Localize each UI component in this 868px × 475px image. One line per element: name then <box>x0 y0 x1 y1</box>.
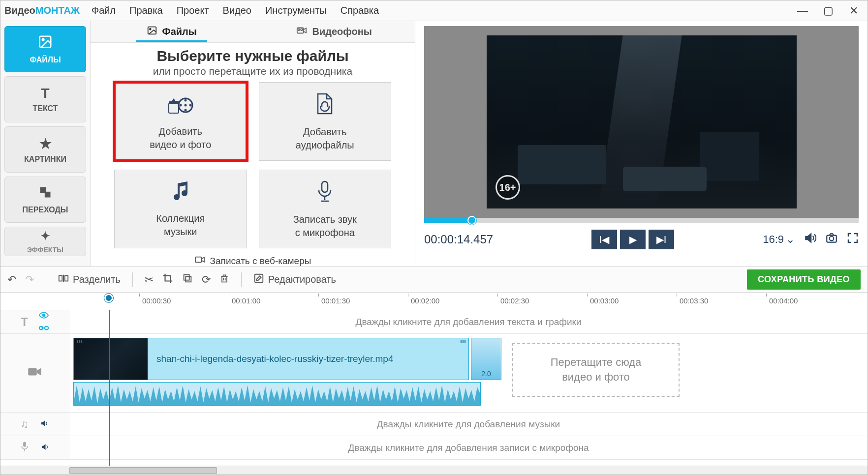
split-icon <box>58 273 69 287</box>
timeline-tracks: T Дважды кликните для добавления текста … <box>0 310 868 466</box>
track-video[interactable]: shan-chi-i-legenda-desyati-kolec-russkiy… <box>0 334 868 413</box>
track-mic-hint: Дважды кликните для добавления записи с … <box>69 443 868 453</box>
svg-rect-21 <box>59 275 62 281</box>
track-music[interactable]: ♫ Дважды кликните для добавления музыки <box>0 413 868 436</box>
rotate-button[interactable]: ⟳ <box>202 273 211 286</box>
menu-tools[interactable]: Инструменты <box>265 5 327 16</box>
save-video-button[interactable]: СОХРАНИТЬ ВИДЕО <box>747 269 861 290</box>
link-icon[interactable] <box>39 323 49 333</box>
play-button[interactable]: ▶ <box>620 230 646 249</box>
menu-file[interactable]: Файл <box>92 5 116 16</box>
sidebar-files[interactable]: ФАЙЛЫ <box>4 26 86 72</box>
tab-files[interactable]: Файлы <box>91 21 253 42</box>
clip-trim-right[interactable] <box>461 340 465 343</box>
svg-rect-9 <box>169 103 179 113</box>
ruler-tick: 00:04:00 <box>769 297 798 305</box>
menu-project[interactable]: Проект <box>177 5 209 16</box>
music-line1: Коллекция <box>156 213 205 224</box>
fullscreen-icon[interactable] <box>847 232 859 247</box>
sidebar-effects[interactable]: ✦ ЭФФЕКТЫ <box>4 227 86 256</box>
preview-video[interactable]: 16+ <box>487 35 797 208</box>
aspect-label: 16:9 <box>763 233 784 246</box>
menu-video[interactable]: Видео <box>223 5 251 16</box>
cut-button[interactable]: ✂ <box>145 273 154 286</box>
menu-help[interactable]: Справка <box>341 5 379 16</box>
mic-line1: Записать звук <box>293 214 357 225</box>
playhead-marker[interactable] <box>104 294 113 302</box>
edit-clip-button[interactable]: Редактировать <box>253 273 336 287</box>
speaker-icon[interactable] <box>40 442 50 454</box>
redo-button[interactable]: ↷ <box>25 273 34 286</box>
sidebar-transitions[interactable]: ПЕРЕХОДЫ <box>4 177 86 223</box>
timeline-ruler[interactable]: 00:00:30 00:01:00 00:01:30 00:02:00 00:0… <box>0 293 868 310</box>
next-frame-button[interactable]: ▶I <box>649 230 674 249</box>
app-logo: ВидеоМОНТАЖ <box>4 5 80 16</box>
svg-rect-25 <box>222 276 227 282</box>
preview-controls: 00:00:14.457 I◀ ▶ ▶I 16:9 ⌄ <box>424 228 859 251</box>
main-menu: Файл Правка Проект Видео Инструменты Спр… <box>92 5 379 16</box>
maximize-button[interactable]: ▢ <box>821 4 835 17</box>
track-video-body[interactable]: shan-chi-i-legenda-desyati-kolec-russkiy… <box>69 334 868 412</box>
track-music-body[interactable]: Дважды кликните для добавления музыки <box>69 413 868 436</box>
menu-edit[interactable]: Правка <box>129 5 163 16</box>
clip-speed-chip[interactable]: 2.0 <box>471 338 501 380</box>
playback-group: I◀ ▶ ▶I <box>591 230 674 249</box>
music-collection-button[interactable]: Коллекция музыки <box>114 170 247 248</box>
track-mic[interactable]: Дважды кликните для добавления записи с … <box>0 436 868 460</box>
svg-point-8 <box>301 29 303 30</box>
mic-line2: с микрофона <box>295 227 355 238</box>
clip-trim-left[interactable] <box>77 340 82 343</box>
preview-scrubber[interactable] <box>424 218 859 223</box>
tab-backgrounds[interactable]: Видеофоны <box>253 21 415 42</box>
ruler-tick: 00:02:00 <box>411 297 439 305</box>
sidebar-files-label: ФАЙЛЫ <box>30 56 61 64</box>
svg-point-5 <box>150 29 151 30</box>
duplicate-button[interactable] <box>182 273 193 287</box>
logo-part-a: Видео <box>4 5 35 16</box>
scrubber-handle[interactable] <box>467 216 476 225</box>
clip-speed-label: 2.0 <box>481 370 491 378</box>
svg-point-20 <box>830 237 834 241</box>
volume-icon[interactable] <box>804 232 816 247</box>
sidebar-text[interactable]: T ТЕКСТ <box>4 76 86 122</box>
record-mic-button[interactable]: Записать звук с микрофона <box>259 170 392 248</box>
edit-label: Редактировать <box>268 274 336 285</box>
video-clip[interactable]: shan-chi-i-legenda-desyati-kolec-russkiy… <box>73 338 469 380</box>
delete-button[interactable] <box>219 273 229 287</box>
sidebar-text-label: ТЕКСТ <box>33 104 58 113</box>
prev-frame-button[interactable]: I◀ <box>591 230 617 249</box>
ruler-tick: 00:00:30 <box>142 297 171 305</box>
speaker-icon[interactable] <box>39 418 49 431</box>
music-track-icon: ♫ <box>20 418 29 431</box>
track-text-body[interactable]: Дважды кликните для добавления текста и … <box>69 310 868 333</box>
snapshot-icon[interactable] <box>825 232 838 247</box>
add-audio-button[interactable]: Добавить аудиофайлы <box>259 82 392 161</box>
ruler-tick: 00:03:00 <box>590 297 619 305</box>
video-drop-zone[interactable]: Перетащите сюда видео и фото <box>512 343 680 397</box>
svg-rect-18 <box>195 257 202 263</box>
rotate-icon: ⟳ <box>202 273 211 286</box>
undo-icon: ↶ <box>7 273 16 286</box>
dropzone-line2: видео и фото <box>551 370 642 385</box>
track-music-hint: Дважды кликните для добавления музыки <box>69 419 868 430</box>
track-text-hint: Дважды кликните для добавления текста и … <box>69 317 868 327</box>
separator <box>46 272 46 287</box>
undo-button[interactable]: ↶ <box>7 273 16 286</box>
aspect-ratio-selector[interactable]: 16:9 ⌄ <box>763 233 795 246</box>
choose-title: Выберите нужные файлы <box>102 48 403 64</box>
split-button[interactable]: Разделить <box>58 273 121 287</box>
timeline-scrollbar[interactable] <box>0 466 868 475</box>
track-mic-body[interactable]: Дважды кликните для добавления записи с … <box>69 436 868 459</box>
add-video-photo-button[interactable]: Добавить видео и фото <box>114 82 247 161</box>
webcam-icon <box>194 255 205 267</box>
clip-audio-waveform[interactable] <box>73 382 481 406</box>
sidebar-images[interactable]: ★ КАРТИНКИ <box>4 126 86 173</box>
scissors-icon: ✂ <box>145 273 154 286</box>
record-webcam-button[interactable]: Записать с веб-камеры <box>91 253 415 267</box>
track-text[interactable]: T Дважды кликните для добавления текста … <box>0 310 868 334</box>
eye-icon[interactable] <box>39 311 49 321</box>
crop-button[interactable] <box>162 273 173 287</box>
minimize-button[interactable]: — <box>796 4 809 17</box>
close-button[interactable]: ✕ <box>847 4 861 17</box>
timeline-scroll-thumb[interactable] <box>69 467 217 474</box>
